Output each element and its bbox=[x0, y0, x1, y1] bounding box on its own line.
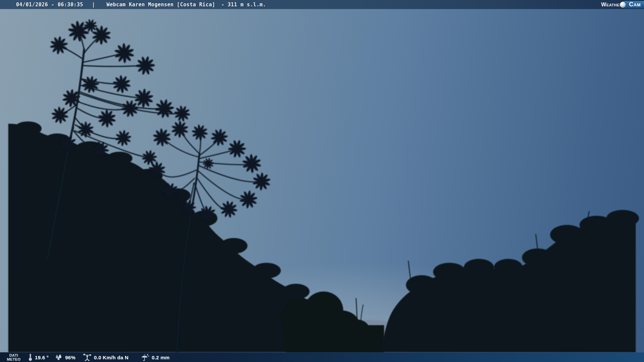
altitude-label: - 311 m s.l.m. bbox=[221, 2, 266, 8]
webcam-photo bbox=[0, 9, 644, 352]
webcam-view: 04/01/2026 - 06:30:35 | Webcam Karen Mog… bbox=[0, 0, 644, 362]
temperature-metric: 19.6 ° bbox=[28, 353, 49, 361]
top-overlay-bar: 04/01/2026 - 06:30:35 | Webcam Karen Mog… bbox=[0, 0, 644, 9]
bottom-overlay-bar: DATI METEO 19.6 ° 96% bbox=[0, 352, 644, 362]
webcam-title: Webcam Karen Mogensen [Costa Rica] bbox=[107, 2, 215, 8]
right-canopy-silhouette bbox=[381, 210, 639, 352]
logo-badge: Cam bbox=[623, 1, 644, 8]
temperature-value: 19.6 ° bbox=[35, 355, 49, 360]
cecropia-tree-left-leaves bbox=[47, 16, 191, 168]
anemometer-icon bbox=[83, 353, 92, 361]
wind-value: 0.0 Km/h da N bbox=[94, 355, 128, 360]
rain-metric: 0.2 mm bbox=[141, 353, 170, 361]
weathercam-logo: Weather Cam bbox=[601, 0, 644, 9]
humidity-metric: 96% bbox=[55, 354, 75, 361]
wind-metric: 0.0 Km/h da N bbox=[83, 353, 128, 361]
dati-meteo-line2: METEO bbox=[4, 357, 23, 361]
logo-cam-text: Cam bbox=[629, 1, 641, 8]
water-drops-icon bbox=[55, 354, 63, 361]
logo-weather-text: Weather bbox=[601, 2, 622, 8]
humidity-value: 96% bbox=[65, 355, 75, 360]
dati-meteo-line1: DATI bbox=[4, 353, 23, 357]
separator: | bbox=[92, 2, 95, 8]
umbrella-rain-icon bbox=[141, 353, 149, 361]
landscape-scene bbox=[0, 9, 644, 352]
thermometer-icon bbox=[28, 353, 33, 361]
globe-icon bbox=[620, 2, 626, 8]
rain-value: 0.2 mm bbox=[152, 355, 170, 360]
dati-meteo-label: DATI METEO bbox=[4, 353, 23, 361]
timestamp: 04/01/2026 - 06:30:35 bbox=[16, 2, 83, 8]
